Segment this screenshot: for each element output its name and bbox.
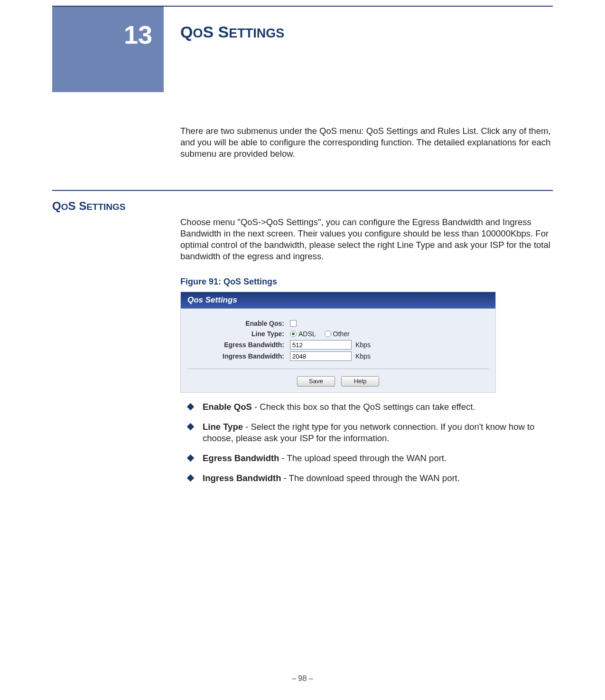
list-item: Ingress Bandwidth - The download speed t… [180,473,553,484]
section-body-paragraph: Choose menu "QoS->QoS Settings", you can… [180,217,553,262]
diamond-bullet-icon [187,454,195,462]
row-line-type: Line Type: ADSL Other [190,330,486,338]
chapter-number: 13 [52,7,164,49]
unit-ingress: Kbps [355,352,371,360]
save-button[interactable]: Save [297,376,335,387]
radio-other-label: Other [333,330,350,338]
row-ingress: Ingress Bandwidth: Kbps [190,351,486,361]
label-egress: Egress Bandwidth: [190,341,290,349]
figure-form: Enable Qos: Line Type: ADSL Other Egress… [181,309,495,361]
unit-egress: Kbps [355,341,371,349]
label-ingress: Ingress Bandwidth: [190,352,290,360]
radio-adsl-label: ADSL [298,330,316,338]
section-rule [52,190,553,191]
diamond-bullet-icon [187,423,195,431]
diamond-bullet-icon [187,403,195,411]
row-egress: Egress Bandwidth: Kbps [190,340,486,350]
label-enable-qos: Enable Qos: [190,319,290,328]
list-item: Egress Bandwidth - The upload speed thro… [180,453,553,464]
list-item: Enable QoS - Check this box so that the … [180,401,553,413]
section-heading: QOS SETTINGS [52,199,125,213]
radio-other[interactable] [325,331,331,337]
row-enable-qos: Enable Qos: [190,319,486,328]
chapter-title: QOS SETTINGS [180,23,284,41]
input-egress[interactable] [290,340,352,350]
figure-screenshot: Qos Settings Enable Qos: Line Type: ADSL… [180,292,496,393]
intro-paragraph: There are two submenus under the QoS men… [180,125,553,160]
chapter-number-box: 13 [52,7,164,92]
input-ingress[interactable] [290,351,352,361]
checkbox-enable-qos[interactable] [290,320,297,327]
bullet-list: Enable QoS - Check this box so that the … [180,401,553,484]
diamond-bullet-icon [187,474,195,482]
page-number: – 98 – [0,674,605,683]
label-line-type: Line Type: [190,330,290,338]
figure-button-row: Save Help [181,375,495,387]
help-button[interactable]: Help [341,376,379,387]
list-item: Line Type - Select the right type for yo… [180,421,553,444]
radio-adsl[interactable] [290,331,297,337]
figure-divider [187,369,489,369]
figure-caption: Figure 91: QoS Settings [180,276,553,287]
figure-panel-title: Qos Settings [181,292,495,309]
